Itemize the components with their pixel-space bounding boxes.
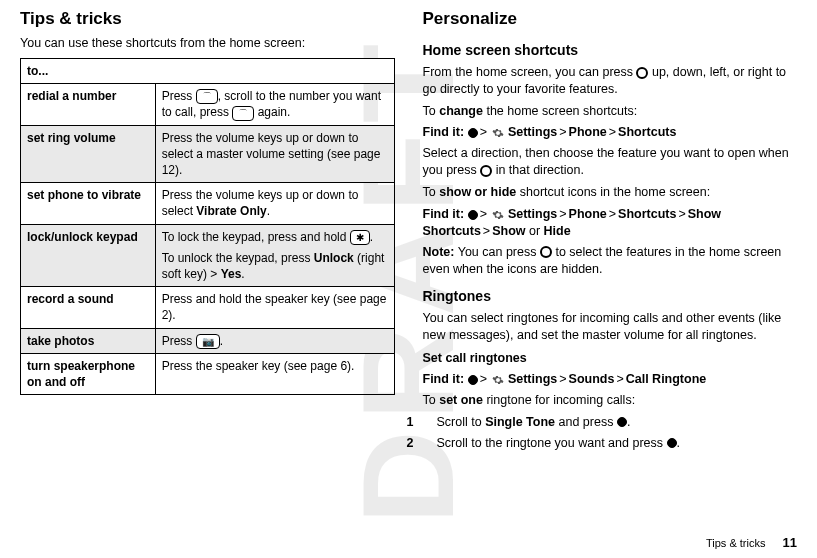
table-header: to...: [21, 58, 395, 83]
row-desc: Press 📷.: [155, 328, 394, 353]
shortcuts-table: to... redial a number Press ⌒, scroll to…: [20, 58, 395, 396]
row-desc: Press the speaker key (see page 6).: [155, 354, 394, 395]
table-row: record a sound Press and hold the speake…: [21, 287, 395, 328]
table-row: redial a number Press ⌒, scroll to the n…: [21, 84, 395, 126]
gear-icon: [492, 209, 504, 221]
list-item: 1Scroll to Single Tone and press .: [423, 414, 798, 431]
table-row: take photos Press 📷.: [21, 328, 395, 353]
center-key-icon: [468, 128, 478, 138]
find-it-path: Find it: > Settings>Sounds>Call Ringtone: [423, 371, 798, 388]
subsection-ringtones: Ringtones: [423, 287, 798, 306]
center-key-icon: [468, 210, 478, 220]
row-label: record a sound: [21, 287, 156, 328]
row-desc: Press the volume keys up or down to sele…: [155, 125, 394, 183]
left-column: Tips & tricks You can use these shortcut…: [20, 8, 395, 455]
find-it-path: Find it: > Settings>Phone>Shortcuts: [423, 124, 798, 141]
row-desc: To lock the keypad, press and hold ✱. To…: [155, 224, 394, 287]
section-title-personalize: Personalize: [423, 8, 798, 31]
row-label: turn speakerphone on and off: [21, 354, 156, 395]
row-label: set ring volume: [21, 125, 156, 183]
row-desc: Press ⌒, scroll to the number you want t…: [155, 84, 394, 126]
row-desc: Press and hold the speaker key (see page…: [155, 287, 394, 328]
nav-ring-icon: [636, 67, 648, 79]
call-key-icon: ⌒: [196, 89, 218, 104]
row-label: lock/unlock keypad: [21, 224, 156, 287]
paragraph: Select a direction, then choose the feat…: [423, 145, 798, 179]
page-footer: Tips & tricks 11: [706, 534, 797, 552]
page-content: Tips & tricks You can use these shortcut…: [0, 0, 817, 455]
subsubsection-set-call-ringtones: Set call ringtones: [423, 350, 798, 367]
nav-ring-icon: [480, 165, 492, 177]
center-key-icon: [468, 375, 478, 385]
page-number: 11: [783, 535, 797, 550]
paragraph: You can select ringtones for incoming ca…: [423, 310, 798, 344]
paragraph: From the home screen, you can press up, …: [423, 64, 798, 98]
table-row: set ring volume Press the volume keys up…: [21, 125, 395, 183]
paragraph: To show or hide shortcut icons in the ho…: [423, 184, 798, 201]
steps-list: 1Scroll to Single Tone and press . 2Scro…: [423, 414, 798, 452]
center-key-icon: [667, 438, 677, 448]
find-it-path: Find it: > Settings>Phone>Shortcuts>Show…: [423, 206, 798, 240]
gear-icon: [492, 374, 504, 386]
right-column: Personalize Home screen shortcuts From t…: [423, 8, 798, 455]
section-title-tips: Tips & tricks: [20, 8, 395, 31]
note: Note: You can press to select the featur…: [423, 244, 798, 278]
subsection-home-shortcuts: Home screen shortcuts: [423, 41, 798, 60]
table-row: set phone to vibrate Press the volume ke…: [21, 183, 395, 224]
row-label: redial a number: [21, 84, 156, 126]
center-key-icon: [617, 417, 627, 427]
call-key-icon: ⌒: [232, 106, 254, 121]
table-row: turn speakerphone on and off Press the s…: [21, 354, 395, 395]
list-item: 2Scroll to the ringtone you want and pre…: [423, 435, 798, 452]
row-label: take photos: [21, 328, 156, 353]
intro-text: You can use these shortcuts from the hom…: [20, 35, 395, 52]
row-label: set phone to vibrate: [21, 183, 156, 224]
row-desc: Press the volume keys up or down to sele…: [155, 183, 394, 224]
footer-section: Tips & tricks: [706, 537, 766, 549]
paragraph: To change the home screen shortcuts:: [423, 103, 798, 120]
camera-key-icon: 📷: [196, 334, 220, 349]
star-key-icon: ✱: [350, 230, 370, 245]
gear-icon: [492, 127, 504, 139]
paragraph: To set one ringtone for incoming calls:: [423, 392, 798, 409]
nav-ring-icon: [540, 246, 552, 258]
table-row: lock/unlock keypad To lock the keypad, p…: [21, 224, 395, 287]
